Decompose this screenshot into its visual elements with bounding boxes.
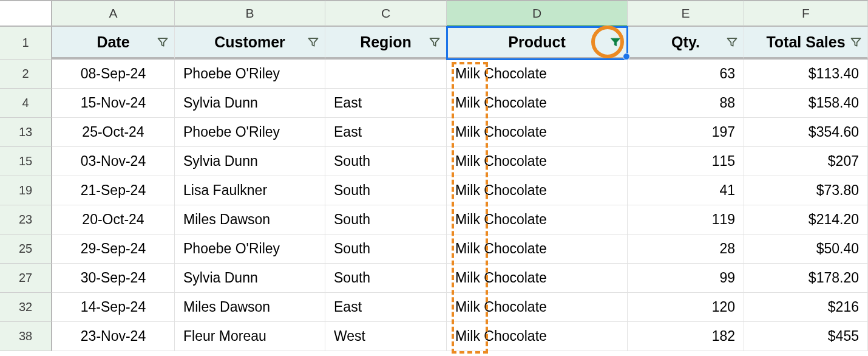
row-number[interactable]: 4 — [0, 89, 52, 118]
header-total-sales[interactable]: Total Sales — [744, 27, 868, 60]
cell-date[interactable]: 03-Nov-24 — [52, 147, 175, 176]
cell-total[interactable]: $354.60 — [744, 118, 868, 147]
cell-qty[interactable]: 182 — [628, 322, 744, 351]
row-number[interactable]: 32 — [0, 293, 52, 322]
cell-total[interactable]: $178.20 — [744, 264, 868, 293]
cell-total[interactable]: $50.40 — [744, 234, 868, 264]
cell-customer[interactable]: Sylvia Dunn — [175, 147, 325, 176]
cell-customer[interactable]: Phoebe O'Riley — [175, 234, 325, 264]
filter-icon[interactable] — [156, 35, 169, 49]
cell-product[interactable]: Milk Chocolate — [447, 118, 628, 147]
cell-product[interactable]: Milk Chocolate — [447, 264, 628, 293]
cell-date[interactable]: 08-Sep-24 — [52, 60, 175, 89]
column-letter-D[interactable]: D — [447, 0, 628, 27]
cell-date[interactable]: 14-Sep-24 — [52, 293, 175, 322]
cell-customer[interactable]: Phoebe O'Riley — [175, 118, 325, 147]
column-letter-A[interactable]: A — [52, 0, 175, 27]
cell-total[interactable]: $207 — [744, 147, 868, 176]
cell-total[interactable]: $158.40 — [744, 89, 868, 118]
column-letter-C[interactable]: C — [325, 0, 447, 27]
header-date-label: Date — [58, 33, 168, 51]
cell-product[interactable]: Milk Chocolate — [447, 234, 628, 264]
cell-region[interactable]: South — [325, 264, 447, 293]
cell-customer[interactable]: Fleur Moreau — [175, 322, 325, 351]
row-number[interactable]: 25 — [0, 234, 52, 264]
cell-customer[interactable]: Phoebe O'Riley — [175, 60, 325, 89]
cell-region[interactable]: South — [325, 147, 447, 176]
cell-date[interactable]: 25-Oct-24 — [52, 118, 175, 147]
svg-marker-5 — [852, 38, 861, 46]
select-all-corner[interactable] — [0, 0, 52, 27]
svg-marker-1 — [309, 38, 318, 46]
cell-customer[interactable]: Lisa Faulkner — [175, 176, 325, 205]
cell-total[interactable]: $73.80 — [744, 176, 868, 205]
cell-region[interactable]: South — [325, 205, 447, 234]
row-number[interactable]: 23 — [0, 205, 52, 234]
row-number[interactable]: 27 — [0, 264, 52, 293]
cell-region[interactable]: South — [325, 234, 447, 264]
cell-customer[interactable]: Miles Dawson — [175, 293, 325, 322]
cell-region[interactable]: East — [325, 118, 447, 147]
header-date[interactable]: Date — [52, 27, 175, 60]
cell-qty[interactable]: 41 — [628, 176, 744, 205]
header-customer[interactable]: Customer — [175, 27, 325, 60]
cell-date[interactable]: 20-Oct-24 — [52, 205, 175, 234]
header-qty[interactable]: Qty. — [628, 27, 744, 60]
cell-product[interactable]: Milk Chocolate — [447, 60, 628, 89]
cell-product[interactable]: Milk Chocolate — [447, 205, 628, 234]
cell-region[interactable]: East — [325, 293, 447, 322]
header-product[interactable]: Product — [447, 27, 628, 60]
cell-product[interactable]: Milk Chocolate — [447, 147, 628, 176]
header-product-label: Product — [453, 33, 621, 51]
row-number[interactable]: 15 — [0, 147, 52, 176]
row-number[interactable]: 13 — [0, 118, 52, 147]
spreadsheet-grid: A B C D E F 1 Date Customer Region Produ… — [0, 0, 868, 351]
header-customer-label: Customer — [181, 33, 319, 51]
column-letter-B[interactable]: B — [175, 0, 325, 27]
cell-total[interactable]: $113.40 — [744, 60, 868, 89]
svg-marker-4 — [728, 38, 737, 46]
row-number[interactable]: 2 — [0, 60, 52, 89]
cell-qty[interactable]: 119 — [628, 205, 744, 234]
filter-icon[interactable] — [849, 35, 863, 49]
cell-customer[interactable]: Sylvia Dunn — [175, 89, 325, 118]
cell-date[interactable]: 29-Sep-24 — [52, 234, 175, 264]
header-region[interactable]: Region — [325, 27, 447, 60]
cell-qty[interactable]: 99 — [628, 264, 744, 293]
cell-region[interactable] — [325, 60, 447, 89]
cell-qty[interactable]: 63 — [628, 60, 744, 89]
filter-icon[interactable] — [725, 35, 739, 49]
cell-region[interactable]: East — [325, 89, 447, 118]
cell-region[interactable]: West — [325, 322, 447, 351]
cell-customer[interactable]: Sylvia Dunn — [175, 264, 325, 293]
filter-icon[interactable] — [428, 35, 441, 49]
cell-region[interactable]: South — [325, 176, 447, 205]
cell-product[interactable]: Milk Chocolate — [447, 176, 628, 205]
cell-total[interactable]: $216 — [744, 293, 868, 322]
cell-qty[interactable]: 197 — [628, 118, 744, 147]
cell-date[interactable]: 15-Nov-24 — [52, 89, 175, 118]
row-number[interactable]: 19 — [0, 176, 52, 205]
svg-marker-3 — [611, 38, 620, 46]
cell-qty[interactable]: 28 — [628, 234, 744, 264]
cell-qty[interactable]: 115 — [628, 147, 744, 176]
column-letter-E[interactable]: E — [628, 0, 744, 27]
cell-product[interactable]: Milk Chocolate — [447, 293, 628, 322]
cell-product[interactable]: Milk Chocolate — [447, 322, 628, 351]
cell-date[interactable]: 30-Sep-24 — [52, 264, 175, 293]
row-number[interactable]: 38 — [0, 322, 52, 351]
svg-marker-2 — [430, 38, 439, 46]
column-letter-F[interactable]: F — [744, 0, 868, 27]
cell-product[interactable]: Milk Chocolate — [447, 89, 628, 118]
cell-qty[interactable]: 88 — [628, 89, 744, 118]
cell-total[interactable]: $214.20 — [744, 205, 868, 234]
row-number-1[interactable]: 1 — [0, 27, 52, 60]
header-region-label: Region — [331, 33, 440, 51]
filter-icon[interactable] — [307, 35, 320, 49]
cell-total[interactable]: $455 — [744, 322, 868, 351]
cell-date[interactable]: 21-Sep-24 — [52, 176, 175, 205]
filter-active-icon[interactable] — [609, 35, 622, 49]
cell-date[interactable]: 23-Nov-24 — [52, 322, 175, 351]
cell-customer[interactable]: Miles Dawson — [175, 205, 325, 234]
cell-qty[interactable]: 120 — [628, 293, 744, 322]
